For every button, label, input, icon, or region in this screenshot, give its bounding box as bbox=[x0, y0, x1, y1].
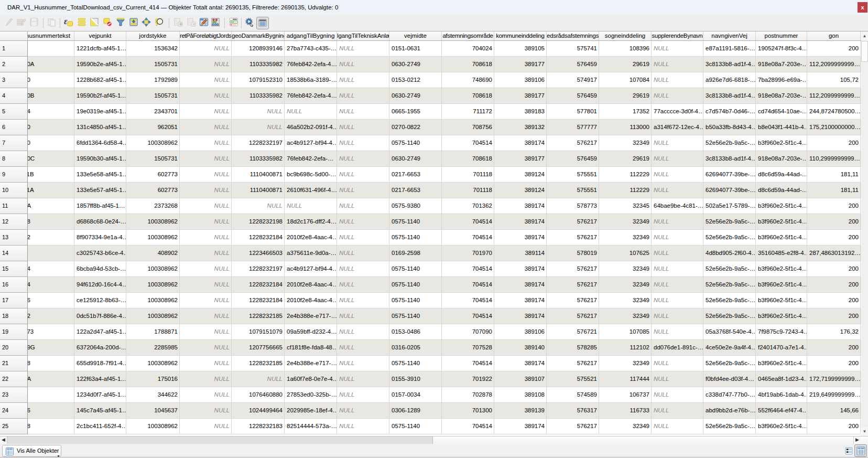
svg-text:✕: ✕ bbox=[192, 22, 196, 27]
svg-text:ε: ε bbox=[64, 17, 68, 26]
svg-text:✱: ✱ bbox=[179, 22, 183, 27]
